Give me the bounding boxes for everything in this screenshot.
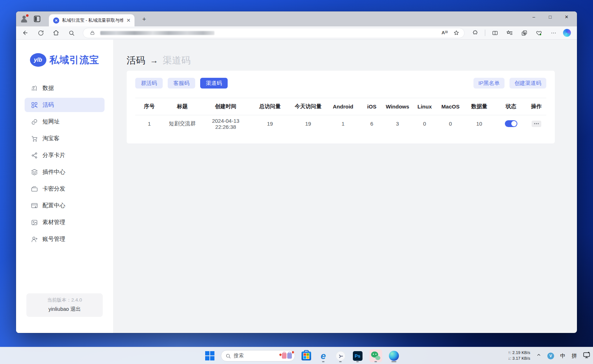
user-icon [31, 236, 38, 243]
windows-logo-icon [205, 351, 214, 360]
sidebar-item-data[interactable]: 数据 [25, 81, 105, 95]
breadcrumb-parent: 活码 [127, 54, 145, 67]
back-icon[interactable] [20, 28, 30, 38]
close-button[interactable]: ✕ [558, 11, 575, 24]
sidebar-item-live-code[interactable]: 活码 [25, 98, 105, 112]
image-icon [31, 219, 38, 226]
system-tray: ↑: 2.19 KB/s ↓: 3.17 KB/s V 中 拼 [508, 347, 590, 364]
app-logo: ylb 私域引流宝 [16, 53, 113, 67]
sidebar-item-material-management[interactable]: 素材管理 [25, 215, 105, 229]
extensions-icon[interactable] [470, 28, 480, 38]
tab-title: 私域引流宝 - 私域流量获取与维护 [62, 17, 123, 24]
taskbar-store-icon[interactable] [300, 349, 312, 363]
site-favicon-icon: ✕ [53, 17, 59, 24]
taskbar-edge-icon[interactable] [388, 349, 400, 363]
settings-more-icon[interactable] [548, 28, 558, 38]
tray-expand-icon[interactable] [536, 353, 541, 359]
ime-mode-indicator[interactable]: 拼 [572, 353, 577, 359]
sidebar: ylb 私域引流宝 数据 活码 短网址 [16, 40, 113, 333]
tab-group-live-code[interactable]: 群活码 [135, 78, 163, 89]
account-name: yinliubao [49, 306, 69, 312]
refresh-icon[interactable] [36, 28, 46, 38]
sidebar-item-short-url[interactable]: 短网址 [25, 115, 105, 129]
ime-language-indicator[interactable]: 中 [560, 353, 566, 359]
browser-essentials-icon[interactable] [534, 28, 544, 38]
copilot-icon[interactable] [563, 29, 571, 37]
ip-blacklist-button[interactable]: IP黑名单 [473, 78, 505, 89]
notification-dot [26, 14, 29, 17]
taskbar-wangwang-icon[interactable] [334, 349, 346, 363]
tab-service-code[interactable]: 客服码 [168, 78, 195, 89]
sidebar-footer: 当前版本：2.4.0 yinliubao 退出 [26, 293, 103, 317]
main-content: 活码 → 渠道码 群活码 客服码 渠道码 IP黑名单 创建渠道码 [113, 40, 577, 333]
share-icon [31, 152, 38, 159]
read-aloud-icon[interactable]: A))) [442, 30, 448, 35]
wallet-icon [31, 186, 38, 192]
toolbar-divider [485, 30, 485, 36]
collections-icon[interactable] [519, 28, 529, 38]
search-label: 搜索 [234, 353, 244, 359]
maximize-button[interactable]: □ [542, 11, 558, 24]
channel-code-card: 群活码 客服码 渠道码 IP黑名单 创建渠道码 序号 标题 创建时间 [127, 71, 555, 143]
browser-window: ✕ 私域引流宝 - 私域流量获取与维护 ✕ + – □ ✕ [16, 11, 577, 333]
minimize-button[interactable]: – [526, 11, 542, 24]
search-daily-icon [282, 353, 292, 359]
window-controls: – □ ✕ [526, 11, 575, 24]
home-icon[interactable] [51, 28, 61, 38]
display-device-icon[interactable] [583, 352, 590, 360]
new-tab-button[interactable]: + [140, 15, 149, 24]
browser-toolbar: A))) [16, 26, 577, 40]
version-label: 当前版本：2.4.0 [29, 297, 101, 303]
search-icon [225, 353, 231, 359]
tray-v-app-icon[interactable]: V [547, 353, 554, 359]
split-screen-icon[interactable] [490, 28, 500, 38]
favorites-bar-icon[interactable] [505, 28, 515, 38]
browser-tabstrip: ✕ 私域引流宝 - 私域流量获取与维护 ✕ + – □ ✕ [16, 11, 577, 26]
logout-button[interactable]: 退出 [70, 306, 81, 312]
qr-icon [31, 102, 38, 108]
sidebar-item-share-card[interactable]: 分享卡片 [25, 148, 105, 162]
create-channel-code-button[interactable]: 创建渠道码 [510, 78, 546, 89]
favorite-star-icon[interactable] [451, 28, 461, 38]
status-toggle[interactable] [505, 120, 517, 127]
search-icon[interactable] [66, 28, 76, 38]
sidebar-item-plugin-center[interactable]: 插件中心 [25, 165, 105, 179]
link-icon [31, 118, 38, 125]
address-bar[interactable]: A))) [83, 28, 465, 38]
start-button[interactable] [204, 349, 216, 363]
sidebar-nav: 数据 活码 短网址 淘宝客 [25, 81, 105, 246]
sidebar-item-taobao[interactable]: 淘宝客 [25, 131, 105, 146]
chart-icon [31, 85, 38, 92]
config-icon [31, 202, 38, 209]
layers-icon [31, 169, 38, 176]
taskbar-photoshop-icon[interactable]: Ps [351, 349, 364, 363]
breadcrumb-arrow-icon: → [150, 56, 158, 65]
url-redacted-blur [100, 31, 214, 35]
profile-avatar-icon[interactable] [20, 15, 28, 23]
taskbar-search-input[interactable]: 搜索 [221, 350, 295, 362]
lock-icon[interactable] [87, 28, 97, 38]
browser-tab[interactable]: ✕ 私域引流宝 - 私域流量获取与维护 ✕ [49, 14, 135, 26]
tab-list-icon[interactable] [34, 16, 40, 22]
tab-close-button[interactable]: ✕ [125, 17, 132, 23]
breadcrumb: 活码 → 渠道码 [127, 54, 577, 66]
cart-icon [31, 135, 38, 142]
desktop-wallpaper: ✕ 私域引流宝 - 私域流量获取与维护 ✕ + – □ ✕ [0, 0, 593, 364]
table-row: 1 短剧交流群 2024-04-13 22:26:38 19 19 1 6 3 … [135, 115, 546, 132]
channel-code-table: 序号 标题 创建时间 总访问量 今天访问量 Android iOS Window… [135, 98, 546, 132]
account-line: yinliubao 退出 [29, 306, 101, 313]
net-speed-indicator[interactable]: ↑: 2.19 KB/s ↓: 3.17 KB/s [508, 350, 530, 361]
sidebar-item-card-distribution[interactable]: 卡密分发 [25, 182, 105, 196]
sidebar-item-account-management[interactable]: 账号管理 [25, 232, 105, 246]
taskbar-wechat-icon[interactable] [369, 349, 383, 363]
sidebar-item-config-center[interactable]: 配置中心 [25, 198, 105, 213]
logo-bubble-icon: ylb [30, 53, 46, 67]
table-header-row: 序号 标题 创建时间 总访问量 今天访问量 Android iOS Window… [135, 98, 546, 115]
row-actions-button[interactable] [532, 121, 541, 127]
taskbar: 搜索 e Ps [0, 347, 593, 364]
logo-text: 私域引流宝 [50, 54, 100, 66]
breadcrumb-current: 渠道码 [163, 54, 191, 67]
tab-channel-code[interactable]: 渠道码 [200, 78, 228, 89]
taskbar-ie-icon[interactable]: e [317, 349, 329, 363]
